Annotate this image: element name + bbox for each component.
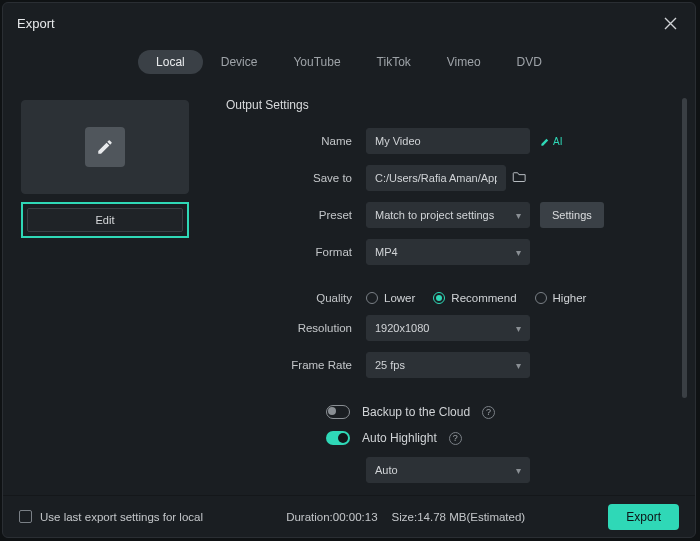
help-icon[interactable]: ?	[482, 406, 495, 419]
row-quality: Quality Lower Recommend Higher	[226, 292, 677, 304]
use-last-settings-label: Use last export settings for local	[40, 511, 203, 523]
auto-highlight-mode-select[interactable]: Auto ▾	[366, 457, 530, 483]
duration-display: Duration:00:00:13	[286, 511, 377, 523]
label-save-to: Save to	[226, 172, 366, 184]
radio-icon	[535, 292, 547, 304]
row-backup-cloud: Backup to the Cloud ?	[226, 405, 677, 419]
row-save-to: Save to	[226, 165, 677, 191]
thumbnail-placeholder	[85, 127, 125, 167]
export-button[interactable]: Export	[608, 504, 679, 530]
tab-youtube[interactable]: YouTube	[275, 50, 358, 74]
close-icon	[664, 17, 677, 30]
chevron-down-icon: ▾	[516, 360, 521, 371]
size-display: Size:14.78 MB(Estimated)	[392, 511, 526, 523]
name-input[interactable]	[366, 128, 530, 154]
settings-column: Output Settings Name AI Save to	[226, 92, 677, 495]
row-resolution: Resolution 1920x1080 ▾	[226, 315, 677, 341]
radio-icon	[433, 292, 445, 304]
label-preset: Preset	[226, 209, 366, 221]
export-tabs: Local Device YouTube TikTok Vimeo DVD	[3, 44, 695, 84]
frame-rate-select[interactable]: 25 fps ▾	[366, 352, 530, 378]
preset-settings-button[interactable]: Settings	[540, 202, 604, 228]
chevron-down-icon: ▾	[516, 465, 521, 476]
preset-select[interactable]: Match to project settings ▾	[366, 202, 530, 228]
tab-tiktok[interactable]: TikTok	[359, 50, 429, 74]
row-auto-highlight-mode: Auto ▾	[226, 457, 677, 483]
label-backup-cloud: Backup to the Cloud	[362, 405, 470, 419]
dialog-footer: Use last export settings for local Durat…	[3, 495, 695, 537]
format-select[interactable]: MP4 ▾	[366, 239, 530, 265]
dialog-title: Export	[17, 16, 55, 31]
pencil-ai-icon	[540, 136, 551, 147]
label-quality: Quality	[226, 292, 366, 304]
quality-recommend-radio[interactable]: Recommend	[433, 292, 516, 304]
preset-value: Match to project settings	[375, 209, 494, 221]
tab-device[interactable]: Device	[203, 50, 276, 74]
row-format: Format MP4 ▾	[226, 239, 677, 265]
tab-vimeo[interactable]: Vimeo	[429, 50, 499, 74]
row-frame-rate: Frame Rate 25 fps ▾	[226, 352, 677, 378]
row-preset: Preset Match to project settings ▾ Setti…	[226, 202, 677, 228]
browse-folder-button[interactable]	[512, 170, 527, 186]
use-last-settings-checkbox[interactable]	[19, 510, 32, 523]
tab-local[interactable]: Local	[138, 50, 203, 74]
row-name: Name AI	[226, 128, 677, 154]
radio-icon	[366, 292, 378, 304]
chevron-down-icon: ▾	[516, 323, 521, 334]
resolution-value: 1920x1080	[375, 322, 429, 334]
export-dialog: Export Local Device YouTube TikTok Vimeo…	[2, 2, 696, 538]
label-frame-rate: Frame Rate	[226, 359, 366, 371]
format-value: MP4	[375, 246, 398, 258]
scrollbar[interactable]	[682, 98, 687, 398]
auto-highlight-toggle[interactable]	[326, 431, 350, 445]
frame-rate-value: 25 fps	[375, 359, 405, 371]
auto-highlight-mode-value: Auto	[375, 464, 398, 476]
tab-dvd[interactable]: DVD	[499, 50, 560, 74]
dialog-body: Edit Output Settings Name AI Save to	[3, 84, 695, 495]
row-auto-highlight: Auto Highlight ?	[226, 431, 677, 445]
pencil-icon	[96, 138, 114, 156]
help-icon[interactable]: ?	[449, 432, 462, 445]
quality-higher-radio[interactable]: Higher	[535, 292, 587, 304]
section-title: Output Settings	[226, 98, 677, 112]
label-name: Name	[226, 135, 366, 147]
folder-icon	[512, 170, 527, 183]
label-format: Format	[226, 246, 366, 258]
ai-name-button[interactable]: AI	[540, 136, 562, 147]
label-auto-highlight: Auto Highlight	[362, 431, 437, 445]
label-resolution: Resolution	[226, 322, 366, 334]
backup-cloud-toggle[interactable]	[326, 405, 350, 419]
edit-button[interactable]: Edit	[27, 208, 183, 232]
close-button[interactable]	[660, 13, 681, 34]
quality-lower-radio[interactable]: Lower	[366, 292, 415, 304]
titlebar: Export	[3, 3, 695, 44]
chevron-down-icon: ▾	[516, 210, 521, 221]
chevron-down-icon: ▾	[516, 247, 521, 258]
resolution-select[interactable]: 1920x1080 ▾	[366, 315, 530, 341]
edit-highlight-frame: Edit	[21, 202, 189, 238]
preview-column: Edit	[21, 92, 196, 495]
video-thumbnail	[21, 100, 189, 194]
save-to-input[interactable]	[366, 165, 506, 191]
